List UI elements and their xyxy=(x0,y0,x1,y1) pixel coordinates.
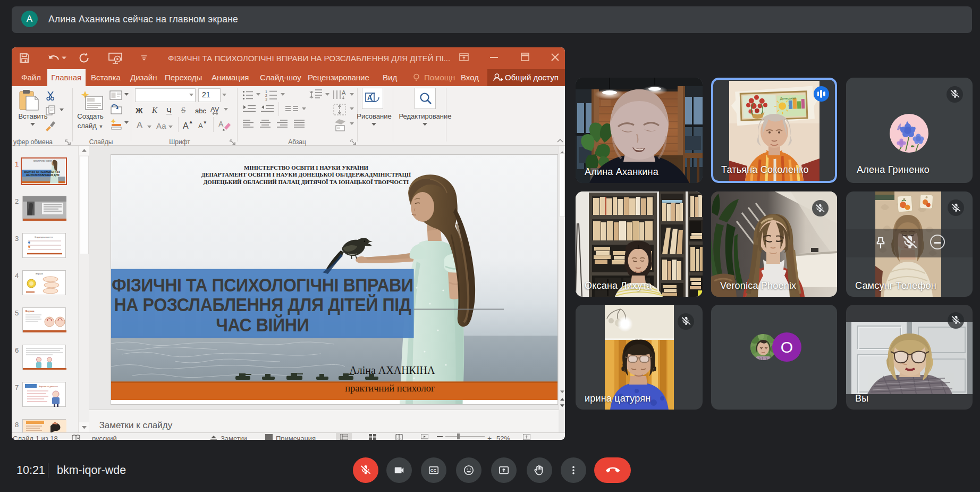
svg-text:CC: CC xyxy=(430,468,437,473)
svg-text:Вправи на дихання: Вправи на дихання xyxy=(39,385,58,388)
svg-text:А: А xyxy=(218,120,224,128)
svg-text:1: 1 xyxy=(265,90,267,94)
svg-text:Структура заняття: Структура заняття xyxy=(35,236,53,238)
svg-text:Вправи: Вправи xyxy=(36,272,43,275)
svg-text:3: 3 xyxy=(265,97,267,101)
svg-text:МІНІСТЕРСТВО ОСВІТИ: МІНІСТЕРСТВО ОСВІТИ xyxy=(33,160,52,162)
svg-text:Вправа: Вправа xyxy=(26,310,35,313)
svg-text:2: 2 xyxy=(265,94,267,97)
svg-text:А: А xyxy=(342,89,346,96)
svg-text:НА РОЗСЛАБЛЕННЯ ДЛЯ: НА РОЗСЛАБЛЕННЯ ДЛЯ xyxy=(26,173,60,176)
